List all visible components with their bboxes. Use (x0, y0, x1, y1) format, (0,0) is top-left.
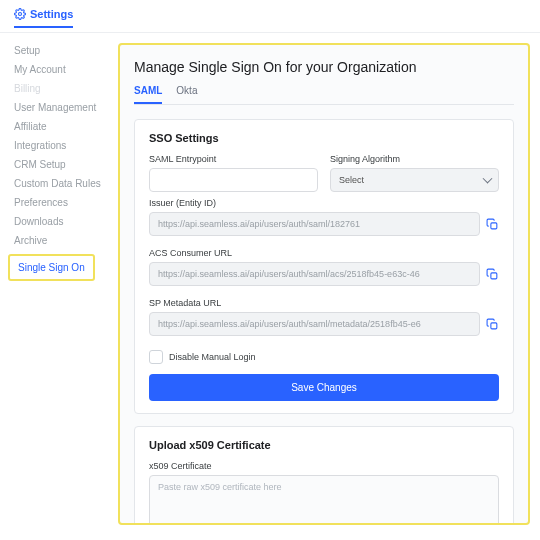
copy-icon[interactable] (486, 318, 499, 331)
cert-heading: Upload x509 Certificate (149, 439, 499, 451)
sidebar-item-preferences[interactable]: Preferences (14, 197, 108, 208)
sidebar-item-my-account[interactable]: My Account (14, 64, 108, 75)
saml-entrypoint-label: SAML Entrypoint (149, 154, 318, 164)
svg-point-0 (19, 13, 22, 16)
saml-entrypoint-input[interactable] (149, 168, 318, 192)
gear-icon (14, 8, 26, 20)
cert-card: Upload x509 Certificate x509 Certificate… (134, 426, 514, 525)
copy-icon[interactable] (486, 218, 499, 231)
metadata-label: SP Metadata URL (149, 298, 499, 308)
sidebar-item-archive[interactable]: Archive (14, 235, 108, 246)
copy-icon[interactable] (486, 268, 499, 281)
sso-tabs: SAML Okta (134, 85, 514, 105)
sidebar-item-user-management[interactable]: User Management (14, 102, 108, 113)
issuer-label: Issuer (Entity ID) (149, 198, 499, 208)
settings-tab[interactable]: Settings (14, 8, 73, 28)
tab-okta[interactable]: Okta (176, 85, 197, 104)
cert-textarea[interactable] (149, 475, 499, 525)
disable-manual-login-checkbox[interactable] (149, 350, 163, 364)
sidebar: Setup My Account Billing User Management… (0, 33, 108, 535)
sidebar-item-integrations[interactable]: Integrations (14, 140, 108, 151)
metadata-input[interactable] (149, 312, 480, 336)
sidebar-item-downloads[interactable]: Downloads (14, 216, 108, 227)
tab-saml[interactable]: SAML (134, 85, 162, 104)
top-header: Settings (0, 0, 540, 33)
sso-settings-card: SSO Settings SAML Entrypoint Signing Alg… (134, 119, 514, 414)
cert-textarea-label: x509 Certificate (149, 461, 499, 471)
settings-tab-label: Settings (30, 8, 73, 20)
save-changes-button[interactable]: Save Changes (149, 374, 499, 401)
acs-label: ACS Consumer URL (149, 248, 499, 258)
sidebar-item-single-sign-on[interactable]: Single Sign On (8, 254, 95, 281)
main-panel: Manage Single Sign On for your Organizat… (118, 43, 530, 525)
issuer-input[interactable] (149, 212, 480, 236)
sso-settings-heading: SSO Settings (149, 132, 499, 144)
sidebar-item-custom-data-rules[interactable]: Custom Data Rules (14, 178, 108, 189)
sidebar-item-affiliate[interactable]: Affiliate (14, 121, 108, 132)
svg-rect-3 (491, 322, 497, 328)
page-title: Manage Single Sign On for your Organizat… (134, 59, 514, 75)
sidebar-item-setup[interactable]: Setup (14, 45, 108, 56)
sidebar-item-billing[interactable]: Billing (14, 83, 108, 94)
svg-rect-2 (491, 272, 497, 278)
acs-input[interactable] (149, 262, 480, 286)
signing-algorithm-label: Signing Algorithm (330, 154, 499, 164)
disable-manual-login-label: Disable Manual Login (169, 352, 256, 362)
svg-rect-1 (491, 222, 497, 228)
signing-algorithm-select[interactable]: Select (330, 168, 499, 192)
sidebar-item-crm-setup[interactable]: CRM Setup (14, 159, 108, 170)
